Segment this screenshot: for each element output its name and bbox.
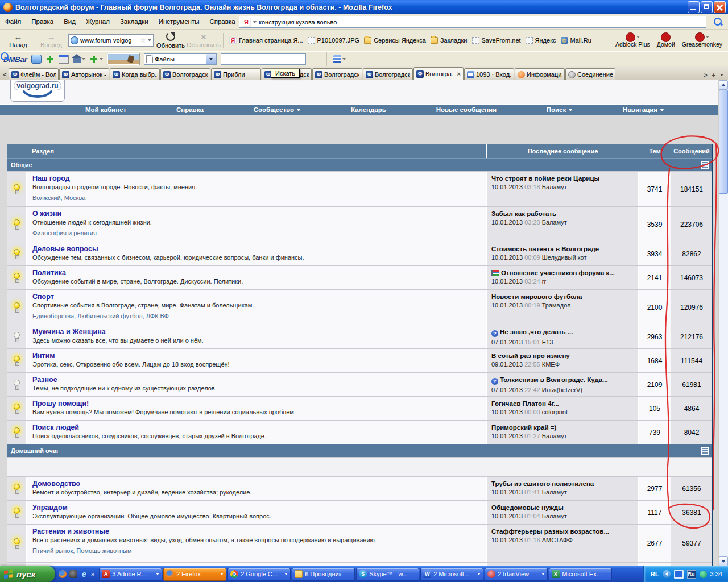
- browser-tab[interactable]: 1093 · Вход...: [464, 68, 514, 80]
- bookmark-item[interactable]: SaveFrom.net: [470, 37, 523, 44]
- url-dropdown-icon[interactable]: [148, 39, 151, 41]
- forum-link[interactable]: Деловые вопросы: [32, 245, 481, 253]
- taskbar-button[interactable]: 2 IrfanView: [485, 568, 548, 581]
- browser-tab[interactable]: Ф Авторынок -...: [59, 68, 109, 80]
- taskbar-group-arrow-icon[interactable]: [477, 573, 481, 575]
- utorrent-tray-icon[interactable]: [700, 571, 707, 578]
- tab-scroll-left-icon[interactable]: <: [1, 69, 9, 80]
- topics-column-header[interactable]: Тем: [639, 144, 671, 158]
- last-post-title[interactable]: Трубы из сшитого полиэтилена: [491, 480, 594, 487]
- downloads-button[interactable]: [333, 55, 346, 63]
- browser-tab[interactable]: Информация...: [515, 68, 565, 80]
- category-bar-domashniy-ochag[interactable]: Домашний очаг: [7, 444, 712, 457]
- vertical-scrollbar[interactable]: [718, 80, 728, 566]
- forum-link[interactable]: Домоводство: [32, 480, 481, 488]
- last-post-title[interactable]: Приморский край =): [491, 424, 556, 431]
- start-button[interactable]: пуск: [0, 566, 55, 582]
- messages-column-header[interactable]: Сообщений: [671, 144, 712, 158]
- last-post-title[interactable]: Гогичаев Платон 4г...: [491, 400, 559, 407]
- new-tab-button[interactable]: +: [712, 72, 715, 78]
- menu-edit[interactable]: Правка: [26, 16, 59, 27]
- subforum-links[interactable]: Волжский, Москва: [32, 194, 481, 201]
- collapse-category-icon[interactable]: [701, 447, 709, 455]
- bookmark-item[interactable]: Яндекс: [523, 37, 559, 44]
- bookmark-item[interactable]: Я Главная страница Я...: [227, 37, 305, 44]
- last-post-user[interactable]: E13: [542, 339, 553, 346]
- last-post-user[interactable]: Трамадол: [542, 302, 571, 309]
- last-post-user[interactable]: Баламут: [542, 513, 567, 519]
- browser-tab[interactable]: Ф Когда выбр...: [110, 68, 160, 80]
- last-post-title[interactable]: Не знаю ,что делать ...: [500, 329, 573, 335]
- last-post-title[interactable]: Стоимость патента в Волгограде: [491, 246, 599, 252]
- close-button[interactable]: [714, 1, 726, 13]
- addon-button[interactable]: Домой: [653, 32, 679, 48]
- language-indicator[interactable]: Ru: [687, 570, 696, 579]
- forum-nav-item[interactable]: Навигация: [623, 106, 664, 113]
- last-post-user[interactable]: Баламут: [542, 433, 567, 439]
- last-post-user[interactable]: colorprint: [542, 409, 568, 415]
- last-post-user[interactable]: rr: [542, 278, 546, 285]
- subforum-links[interactable]: Единоборства, Любительский футбол, ЛФК В…: [32, 313, 481, 319]
- menu-help[interactable]: Справка: [204, 16, 240, 27]
- chat-icon[interactable]: [31, 55, 42, 64]
- last-post-title[interactable]: Забыл как работать: [491, 210, 556, 217]
- forum-link[interactable]: Спорт: [32, 293, 481, 301]
- taskbar-button[interactable]: W 2 Microsoft...: [420, 568, 483, 581]
- last-post-title[interactable]: В сотый раз про измену: [491, 352, 570, 359]
- last-post-title[interactable]: Новости мирового футбола: [491, 293, 582, 300]
- menu-history[interactable]: Журнал: [81, 16, 115, 27]
- dmbar-image-button[interactable]: [107, 53, 140, 65]
- tab-close-icon[interactable]: ×: [457, 70, 461, 77]
- bookmark-item[interactable]: Сервисы Яндекса: [362, 37, 428, 44]
- scroll-down-icon[interactable]: [719, 556, 728, 566]
- dmbar-search-input[interactable]: [221, 53, 306, 65]
- browser-tab[interactable]: Ф Флейм - Вол...: [9, 68, 59, 80]
- scroll-up-icon[interactable]: [719, 80, 728, 90]
- addon-button[interactable]: Adblock Plus: [612, 32, 653, 48]
- window-copy-icon[interactable]: [59, 55, 69, 64]
- forward-button[interactable]: → Вперёд: [35, 32, 67, 48]
- firefox-quicklaunch-icon[interactable]: [59, 570, 67, 578]
- subforum-links[interactable]: Философия и религия: [32, 230, 481, 236]
- browser-tab[interactable]: Ф Волгогра... ×: [413, 67, 464, 80]
- forum-nav-item[interactable]: Сообщество: [254, 106, 301, 113]
- browser-tab[interactable]: Ф Прибли: [211, 68, 261, 80]
- last-post-title[interactable]: Стаффтерьеры разных возрастов...: [491, 528, 609, 535]
- taskbar-group-arrow-icon[interactable]: [541, 573, 545, 575]
- select-arrow-button[interactable]: [206, 54, 216, 64]
- reload-button[interactable]: Обновить: [155, 32, 187, 49]
- forum-link[interactable]: О жизни: [32, 210, 481, 218]
- network-tray-icon[interactable]: [674, 570, 684, 579]
- collapse-category-icon[interactable]: [701, 161, 709, 169]
- stop-button[interactable]: × Остановить: [188, 32, 220, 48]
- taskbar-group-arrow-icon[interactable]: [284, 573, 288, 575]
- forum-nav-item[interactable]: Мой кабинет: [85, 106, 126, 113]
- ie-quicklaunch-icon[interactable]: e: [80, 570, 88, 578]
- addon-dropdown-icon[interactable]: [636, 36, 640, 38]
- taskbar-button[interactable]: X Microsoft Ex...: [549, 568, 612, 581]
- forum-link[interactable]: Растения и животные: [32, 527, 481, 535]
- last-post-title[interactable]: Отношение участников форума к...: [501, 269, 615, 276]
- last-post-user[interactable]: Баламут: [542, 489, 567, 496]
- addon-button[interactable]: Greasemonkey: [679, 32, 726, 48]
- last-post-user[interactable]: Баламут: [542, 219, 567, 226]
- minimize-button[interactable]: [688, 1, 700, 13]
- forum-link[interactable]: Интим: [32, 352, 481, 360]
- yandex-dropdown-icon[interactable]: [253, 21, 257, 23]
- app-quicklaunch-icon[interactable]: [69, 570, 77, 578]
- forum-nav-item[interactable]: Календарь: [351, 106, 386, 113]
- forum-link[interactable]: Поиск людей: [32, 423, 481, 431]
- taskbar-button[interactable]: 2 Firefox: [163, 568, 226, 581]
- last-post-user[interactable]: КМЕФ: [542, 361, 560, 368]
- forum-nav-item[interactable]: Новые сообщения: [436, 106, 497, 113]
- tab-scroll-right-icon[interactable]: >: [704, 72, 707, 78]
- last-post-user[interactable]: АМСТАФФ: [542, 537, 573, 543]
- tray-collapse-icon[interactable]: [663, 570, 671, 578]
- add-site-menu-button[interactable]: [89, 55, 103, 63]
- last-post-user[interactable]: Баламут: [542, 184, 567, 190]
- forum-link[interactable]: Разное: [32, 376, 481, 384]
- last-post-title[interactable]: Что строят в пойме реки Царицы: [491, 175, 599, 182]
- last-post-user[interactable]: Илья(hetzerV): [542, 386, 582, 393]
- url-text[interactable]: www.forum-volgog: [80, 37, 138, 44]
- scrollbar-thumb[interactable]: [719, 90, 728, 194]
